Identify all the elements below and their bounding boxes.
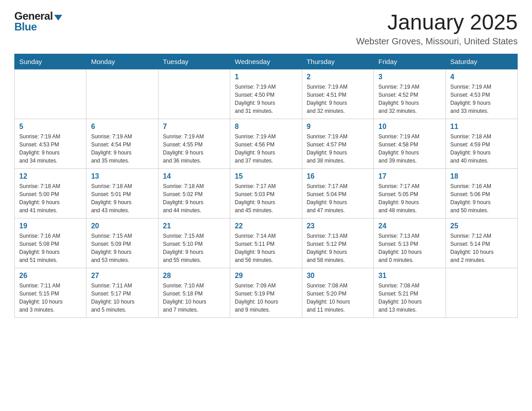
calendar-cell xyxy=(15,69,86,119)
calendar-cell: 13Sunrise: 7:18 AM Sunset: 5:01 PM Dayli… xyxy=(86,168,158,218)
calendar-cell: 21Sunrise: 7:15 AM Sunset: 5:10 PM Dayli… xyxy=(158,218,230,268)
day-of-week-header: Tuesday xyxy=(158,54,230,69)
page-subtitle: Webster Groves, Missouri, United States xyxy=(356,36,518,47)
calendar-cell: 6Sunrise: 7:19 AM Sunset: 4:54 PM Daylig… xyxy=(86,119,158,168)
day-info: Sunrise: 7:11 AM Sunset: 5:15 PM Dayligh… xyxy=(19,282,82,314)
calendar-cell xyxy=(446,268,517,317)
day-info: Sunrise: 7:13 AM Sunset: 5:12 PM Dayligh… xyxy=(307,232,369,264)
calendar-cell: 4Sunrise: 7:19 AM Sunset: 4:53 PM Daylig… xyxy=(446,69,517,119)
title-block: January 2025 Webster Groves, Missouri, U… xyxy=(356,11,518,47)
day-info: Sunrise: 7:08 AM Sunset: 5:21 PM Dayligh… xyxy=(378,282,441,314)
day-of-week-header: Wednesday xyxy=(230,54,302,69)
day-number: 17 xyxy=(378,172,441,180)
day-number: 11 xyxy=(450,123,513,131)
day-number: 9 xyxy=(307,123,369,131)
day-number: 15 xyxy=(235,172,297,180)
day-info: Sunrise: 7:08 AM Sunset: 5:20 PM Dayligh… xyxy=(307,282,369,314)
day-info: Sunrise: 7:19 AM Sunset: 4:58 PM Dayligh… xyxy=(378,133,441,165)
day-number: 4 xyxy=(450,73,513,81)
day-number: 8 xyxy=(235,123,297,131)
day-info: Sunrise: 7:09 AM Sunset: 5:19 PM Dayligh… xyxy=(235,282,297,314)
day-number: 23 xyxy=(307,222,369,230)
calendar-cell: 19Sunrise: 7:16 AM Sunset: 5:08 PM Dayli… xyxy=(15,218,86,268)
day-info: Sunrise: 7:18 AM Sunset: 5:00 PM Dayligh… xyxy=(19,182,82,214)
calendar-cell: 22Sunrise: 7:14 AM Sunset: 5:11 PM Dayli… xyxy=(230,218,302,268)
day-number: 19 xyxy=(19,222,82,230)
day-info: Sunrise: 7:18 AM Sunset: 4:59 PM Dayligh… xyxy=(450,133,513,165)
day-number: 29 xyxy=(235,272,297,280)
day-info: Sunrise: 7:19 AM Sunset: 4:56 PM Dayligh… xyxy=(235,133,297,165)
days-of-week-row: SundayMondayTuesdayWednesdayThursdayFrid… xyxy=(15,54,518,69)
day-of-week-header: Thursday xyxy=(302,54,373,69)
calendar-cell: 11Sunrise: 7:18 AM Sunset: 4:59 PM Dayli… xyxy=(446,119,517,168)
day-info: Sunrise: 7:19 AM Sunset: 4:50 PM Dayligh… xyxy=(235,83,297,115)
day-info: Sunrise: 7:17 AM Sunset: 5:05 PM Dayligh… xyxy=(378,182,441,214)
logo-flag-icon xyxy=(54,15,62,21)
calendar-cell: 27Sunrise: 7:11 AM Sunset: 5:17 PM Dayli… xyxy=(86,268,158,317)
calendar-cell: 18Sunrise: 7:16 AM Sunset: 5:06 PM Dayli… xyxy=(446,168,517,218)
day-number: 10 xyxy=(378,123,441,131)
calendar-cell: 23Sunrise: 7:13 AM Sunset: 5:12 PM Dayli… xyxy=(302,218,373,268)
calendar-cell: 10Sunrise: 7:19 AM Sunset: 4:58 PM Dayli… xyxy=(374,119,446,168)
day-of-week-header: Saturday xyxy=(446,54,517,69)
logo: General Blue xyxy=(14,11,62,32)
day-of-week-header: Friday xyxy=(374,54,446,69)
day-number: 14 xyxy=(163,172,225,180)
day-info: Sunrise: 7:15 AM Sunset: 5:10 PM Dayligh… xyxy=(163,232,225,264)
calendar-cell: 25Sunrise: 7:12 AM Sunset: 5:14 PM Dayli… xyxy=(446,218,517,268)
day-number: 12 xyxy=(19,172,82,180)
calendar-cell: 2Sunrise: 7:19 AM Sunset: 4:51 PM Daylig… xyxy=(302,69,373,119)
calendar-cell: 1Sunrise: 7:19 AM Sunset: 4:50 PM Daylig… xyxy=(230,69,302,119)
page-header: General Blue January 2025 Webster Groves… xyxy=(14,11,518,47)
calendar-cell: 30Sunrise: 7:08 AM Sunset: 5:20 PM Dayli… xyxy=(302,268,373,317)
day-number: 7 xyxy=(163,123,225,131)
day-number: 18 xyxy=(450,172,513,180)
logo-blue-text: Blue xyxy=(14,21,62,32)
calendar-cell: 17Sunrise: 7:17 AM Sunset: 5:05 PM Dayli… xyxy=(374,168,446,218)
day-info: Sunrise: 7:16 AM Sunset: 5:06 PM Dayligh… xyxy=(450,182,513,214)
day-number: 30 xyxy=(307,272,369,280)
day-info: Sunrise: 7:14 AM Sunset: 5:11 PM Dayligh… xyxy=(235,232,297,264)
day-number: 20 xyxy=(91,222,153,230)
calendar-cell: 9Sunrise: 7:19 AM Sunset: 4:57 PM Daylig… xyxy=(302,119,373,168)
calendar-cell: 8Sunrise: 7:19 AM Sunset: 4:56 PM Daylig… xyxy=(230,119,302,168)
day-info: Sunrise: 7:19 AM Sunset: 4:57 PM Dayligh… xyxy=(307,133,369,165)
calendar-cell: 20Sunrise: 7:15 AM Sunset: 5:09 PM Dayli… xyxy=(86,218,158,268)
calendar-cell xyxy=(86,69,158,119)
day-number: 25 xyxy=(450,222,513,230)
day-info: Sunrise: 7:16 AM Sunset: 5:08 PM Dayligh… xyxy=(19,232,82,264)
calendar-week-row: 5Sunrise: 7:19 AM Sunset: 4:53 PM Daylig… xyxy=(15,119,518,168)
page-title: January 2025 xyxy=(356,11,518,34)
calendar-cell: 31Sunrise: 7:08 AM Sunset: 5:21 PM Dayli… xyxy=(374,268,446,317)
day-info: Sunrise: 7:11 AM Sunset: 5:17 PM Dayligh… xyxy=(91,282,153,314)
logo-general-text: General xyxy=(14,11,53,21)
day-info: Sunrise: 7:19 AM Sunset: 4:51 PM Dayligh… xyxy=(307,83,369,115)
day-number: 5 xyxy=(19,123,82,131)
day-info: Sunrise: 7:17 AM Sunset: 5:04 PM Dayligh… xyxy=(307,182,369,214)
day-of-week-header: Sunday xyxy=(15,54,86,69)
calendar-cell xyxy=(158,69,230,119)
calendar-cell: 24Sunrise: 7:13 AM Sunset: 5:13 PM Dayli… xyxy=(374,218,446,268)
day-number: 24 xyxy=(378,222,441,230)
day-number: 31 xyxy=(378,272,441,280)
day-info: Sunrise: 7:17 AM Sunset: 5:03 PM Dayligh… xyxy=(235,182,297,214)
day-info: Sunrise: 7:12 AM Sunset: 5:14 PM Dayligh… xyxy=(450,232,513,264)
calendar-week-row: 19Sunrise: 7:16 AM Sunset: 5:08 PM Dayli… xyxy=(15,218,518,268)
day-info: Sunrise: 7:19 AM Sunset: 4:52 PM Dayligh… xyxy=(378,83,441,115)
calendar-week-row: 26Sunrise: 7:11 AM Sunset: 5:15 PM Dayli… xyxy=(15,268,518,317)
day-info: Sunrise: 7:10 AM Sunset: 5:18 PM Dayligh… xyxy=(163,282,225,314)
calendar-cell: 3Sunrise: 7:19 AM Sunset: 4:52 PM Daylig… xyxy=(374,69,446,119)
day-info: Sunrise: 7:18 AM Sunset: 5:02 PM Dayligh… xyxy=(163,182,225,214)
calendar-cell: 15Sunrise: 7:17 AM Sunset: 5:03 PM Dayli… xyxy=(230,168,302,218)
day-info: Sunrise: 7:13 AM Sunset: 5:13 PM Dayligh… xyxy=(378,232,441,264)
calendar-table: SundayMondayTuesdayWednesdayThursdayFrid… xyxy=(14,54,518,318)
calendar-cell: 12Sunrise: 7:18 AM Sunset: 5:00 PM Dayli… xyxy=(15,168,86,218)
day-number: 16 xyxy=(307,172,369,180)
calendar-cell: 26Sunrise: 7:11 AM Sunset: 5:15 PM Dayli… xyxy=(15,268,86,317)
calendar-cell: 16Sunrise: 7:17 AM Sunset: 5:04 PM Dayli… xyxy=(302,168,373,218)
day-number: 1 xyxy=(235,73,297,81)
day-info: Sunrise: 7:19 AM Sunset: 4:55 PM Dayligh… xyxy=(163,133,225,165)
day-number: 26 xyxy=(19,272,82,280)
day-info: Sunrise: 7:19 AM Sunset: 4:54 PM Dayligh… xyxy=(91,133,153,165)
day-info: Sunrise: 7:19 AM Sunset: 4:53 PM Dayligh… xyxy=(450,83,513,115)
